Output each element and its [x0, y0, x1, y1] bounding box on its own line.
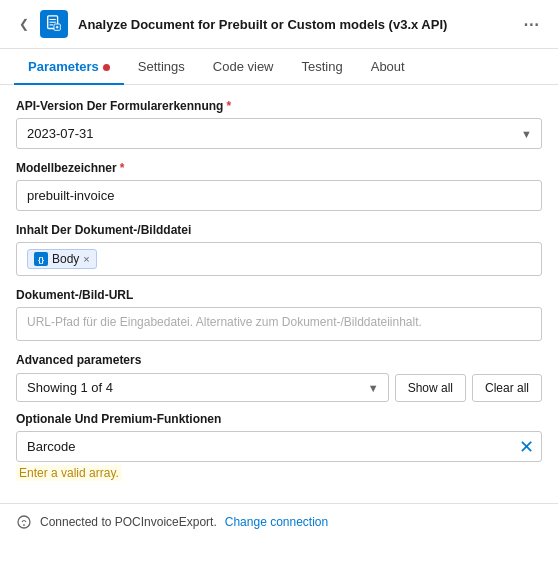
body-tag[interactable]: {} Body × [27, 249, 97, 269]
required-star: * [226, 99, 231, 113]
document-icon [45, 15, 63, 33]
tab-about[interactable]: About [357, 49, 419, 84]
tab-settings[interactable]: Settings [124, 49, 199, 84]
optional-section: Optionale Und Premium-Funktionen ✕ Enter… [16, 412, 542, 481]
document-content-label: Inhalt Der Dokument-/Bilddatei [16, 223, 542, 237]
page-title: Analyze Document for Prebuilt or Custom … [78, 17, 520, 32]
change-connection-link[interactable]: Change connection [225, 515, 328, 529]
form-content: API-Version Der Formularerkennung * 2023… [0, 85, 558, 495]
more-options-button[interactable]: ⋯ [520, 12, 544, 36]
svg-point-7 [18, 516, 30, 528]
url-group: Dokument-/Bild-URL URL-Pfad für die Eing… [16, 288, 542, 341]
tab-code-view[interactable]: Code view [199, 49, 288, 84]
tab-testing[interactable]: Testing [288, 49, 357, 84]
tabs-bar: Parameters Settings Code view Testing Ab… [0, 49, 558, 85]
showing-select[interactable]: Showing 1 of 4 [16, 373, 389, 402]
url-input[interactable]: URL-Pfad für die Eingabedatei. Alternati… [16, 307, 542, 341]
tab-parameters[interactable]: Parameters [14, 49, 124, 84]
api-version-label: API-Version Der Formularerkennung * [16, 99, 542, 113]
api-version-select[interactable]: 2023-07-31 [16, 118, 542, 149]
api-version-select-wrapper: 2023-07-31 ▼ [16, 118, 542, 149]
header: ❮ Analyze Document for Prebuilt or Custo… [0, 0, 558, 49]
plug-icon [16, 514, 32, 530]
barcode-input-wrapper: ✕ [16, 431, 542, 462]
body-tag-icon: {} [34, 252, 48, 266]
model-input[interactable] [16, 180, 542, 211]
model-required-star: * [120, 161, 125, 175]
advanced-label: Advanced parameters [16, 353, 542, 367]
advanced-section: Advanced parameters Showing 1 of 4 ▼ Sho… [16, 353, 542, 402]
model-label: Modellbezeichner * [16, 161, 542, 175]
body-tag-label: Body [52, 252, 79, 266]
model-group: Modellbezeichner * [16, 161, 542, 211]
clear-all-button[interactable]: Clear all [472, 374, 542, 402]
document-content-input[interactable]: {} Body × [16, 242, 542, 276]
document-content-group: Inhalt Der Dokument-/Bilddatei {} Body × [16, 223, 542, 276]
showing-select-wrapper: Showing 1 of 4 ▼ [16, 373, 389, 402]
back-button[interactable]: ❮ [14, 14, 34, 34]
clear-barcode-button[interactable]: ✕ [519, 438, 534, 456]
optional-label: Optionale Und Premium-Funktionen [16, 412, 542, 426]
error-message: Enter a valid array. [16, 465, 122, 481]
advanced-controls: Showing 1 of 4 ▼ Show all Clear all [16, 373, 542, 402]
app-icon [40, 10, 68, 38]
show-all-button[interactable]: Show all [395, 374, 466, 402]
body-tag-close[interactable]: × [83, 254, 89, 265]
tab-dot [103, 64, 110, 71]
connection-status: Connected to POCInvoiceExport. [40, 515, 217, 529]
url-label: Dokument-/Bild-URL [16, 288, 542, 302]
barcode-input[interactable] [16, 431, 542, 462]
api-version-group: API-Version Der Formularerkennung * 2023… [16, 99, 542, 149]
footer: Connected to POCInvoiceExport. Change co… [0, 503, 558, 540]
connection-icon [16, 514, 32, 530]
